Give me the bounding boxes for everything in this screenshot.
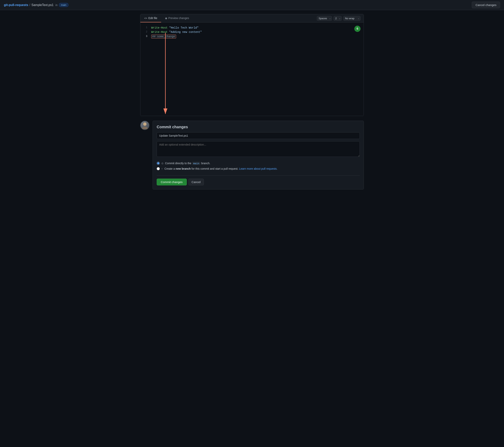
indent-select-wrapper: 2 4: [334, 16, 342, 21]
editor-avatar: G: [354, 26, 360, 32]
branch-icon-direct: ⊙: [161, 162, 163, 165]
active-code-input[interactable]: ## some_change: [151, 35, 176, 39]
wrap-select[interactable]: No wrap Soft wrap: [343, 16, 360, 21]
code-editor[interactable]: 1 Write-Host "Hello Tech World" 2 Write-…: [140, 22, 364, 116]
line-content-1: Write-Host "Hello Tech World": [150, 26, 198, 30]
editor-toolbar: <> Edit file ◉ Preview changes Spaces Ta…: [140, 14, 364, 22]
preview-icon: ◉: [165, 17, 167, 20]
svg-point-3: [142, 127, 147, 129]
avatar-silhouette: [141, 121, 149, 129]
new-branch-bold: new branch: [176, 167, 191, 170]
tab-preview-changes[interactable]: ◉ Preview changes: [161, 14, 193, 22]
radio-new-input[interactable]: [157, 167, 160, 170]
tab-edit-label: Edit file: [148, 17, 157, 20]
tab-edit-file[interactable]: <> Edit file: [140, 14, 161, 22]
line-number-3: 3: [140, 34, 150, 39]
commit-form-container: Commit changes ⊙ Commit directly to the …: [153, 121, 364, 190]
top-header: git-pull-requests / SampleText.ps1 in ma…: [0, 0, 504, 10]
edit-file-icon: <>: [144, 17, 147, 20]
spaces-select-wrapper: Spaces Tabs: [317, 16, 332, 21]
main-content: <> Edit file ◉ Preview changes Spaces Ta…: [136, 10, 368, 193]
commit-description-textarea[interactable]: [157, 141, 360, 157]
cancel-changes-button[interactable]: Cancel changes: [472, 1, 500, 8]
code-line-1: 1 Write-Host "Hello Tech World": [140, 26, 364, 30]
spaces-select[interactable]: Spaces Tabs: [317, 16, 332, 21]
commit-avatar-image: [141, 121, 149, 130]
editor-container: <> Edit file ◉ Preview changes Spaces Ta…: [140, 14, 364, 116]
breadcrumb-separator: /: [29, 3, 30, 7]
commit-radio-group: ⊙ Commit directly to the main branch. ⑂ …: [157, 160, 360, 171]
code-line-3: 3 ## some_change: [140, 34, 364, 39]
commit-message-input[interactable]: [157, 132, 360, 139]
indent-select[interactable]: 2 4: [334, 16, 342, 21]
commit-cancel-button[interactable]: Cancel: [188, 179, 204, 185]
line-content-2: Write-Host "Adding new content": [150, 30, 202, 34]
commit-section: Commit changes ⊙ Commit directly to the …: [140, 121, 364, 190]
file-name: SampleText.ps1: [32, 3, 54, 7]
line-number-1: 1: [140, 26, 150, 30]
svg-point-4: [143, 122, 146, 126]
tab-preview-label: Preview changes: [168, 17, 189, 20]
radio-new-label: Create a new branch for this commit and …: [164, 167, 277, 170]
branch-icon-new: ⑂: [161, 167, 163, 170]
commit-changes-button[interactable]: Commit changes: [157, 179, 187, 185]
line-number-2: 2: [140, 30, 150, 34]
editor-controls: Spaces Tabs 2 4 No wrap Soft wrap: [317, 16, 364, 21]
avatar-letter: G: [357, 27, 358, 31]
wrap-select-wrapper: No wrap Soft wrap: [343, 16, 360, 21]
code-line-2: 2 Write-Host "Adding new content": [140, 30, 364, 34]
repo-link[interactable]: git-pull-requests: [4, 3, 28, 7]
branch-in-label: in: [55, 3, 58, 7]
editor-tabs: <> Edit file ◉ Preview changes: [140, 14, 193, 22]
radio-direct-input[interactable]: [157, 162, 160, 165]
line-content-3: ## some_change: [150, 34, 176, 39]
radio-direct-label: Commit directly to the main branch.: [165, 162, 210, 165]
learn-more-link[interactable]: Learn more about pull requests.: [239, 167, 277, 170]
commit-actions: Commit changes Cancel: [157, 175, 360, 185]
commit-form-title: Commit changes: [157, 125, 360, 129]
radio-option-new-branch: ⑂ Create a new branch for this commit an…: [157, 166, 360, 171]
breadcrumb: git-pull-requests / SampleText.ps1 in ma…: [4, 3, 69, 7]
radio-option-direct: ⊙ Commit directly to the main branch.: [157, 160, 360, 166]
branch-badge: main: [59, 3, 69, 7]
branch-name-code: main: [192, 162, 200, 165]
commit-avatar: [140, 121, 149, 130]
